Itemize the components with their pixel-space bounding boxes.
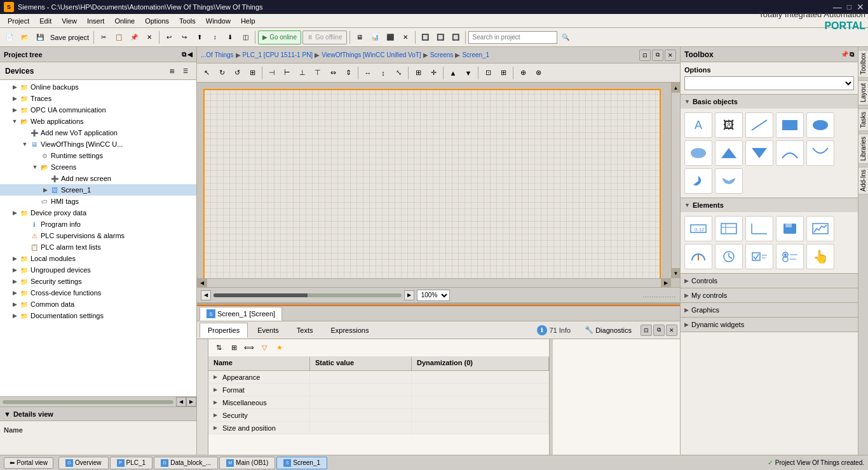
task-main[interactable]: M Main (OB1) [219,457,275,469]
rsl-libraries[interactable]: Libraries [858,133,868,164]
tb-icon3[interactable]: ⬛ [383,30,397,44]
cut-btn[interactable]: ✂ [97,30,111,44]
tree-item-add-screen[interactable]: ➕ Add new screen [0,173,196,184]
tb-btn3[interactable]: ⬆ [193,30,207,44]
tool-radio[interactable] [776,244,804,269]
ct-bring-front[interactable]: ▲ [446,66,460,80]
ct-cross2[interactable]: ⊗ [531,66,545,80]
menu-options[interactable]: Options [140,16,174,26]
tree-expand-icon[interactable]: ▶ [10,301,19,307]
graphics-header[interactable]: ▶ Graphics [681,303,858,317]
tool-gauge[interactable] [684,244,712,269]
screen-tab-screen1[interactable]: S Screen_1 [Screen] [200,307,282,321]
zoom-in-btn[interactable]: ▶ [404,290,414,300]
menu-project[interactable]: Project [3,16,34,26]
ct-zoom-fit[interactable]: ⊞ [245,66,259,80]
options-select[interactable] [684,76,854,90]
open-btn[interactable]: 📂 [18,30,32,44]
tree-expand-icon[interactable]: ▶ [10,210,19,216]
details-view-header[interactable]: ▼ Details view [0,407,196,421]
tree-expand-icon[interactable]: ▶ [41,187,50,193]
task-plc1[interactable]: P PLC_1 [110,457,153,469]
tree-expand-icon[interactable]: ▼ [10,118,19,124]
tree-item-viewofthings[interactable]: ▼ 🖥 ViewOfThings [WinCC U... [0,138,196,150]
vscroll-up[interactable]: ▲ [672,83,680,93]
bc-item-2[interactable]: ViewOfThings [WinCC Unified VoT] [322,51,421,58]
menu-edit[interactable]: Edit [34,16,57,26]
dynamic-widgets-header[interactable]: ▶ Dynamic widgets [681,318,858,332]
zoom-out-btn[interactable]: ◀ [201,290,211,300]
ct-snap[interactable]: ✛ [426,66,440,80]
tb-btn5[interactable]: ⬇ [223,30,237,44]
props-row-format[interactable]: ▶ Format [208,384,549,396]
filter-star-btn[interactable]: ★ [273,342,286,354]
tab-texts[interactable]: Texts [288,323,322,338]
tb-btn6[interactable]: ◫ [238,30,252,44]
tool-pie2[interactable] [715,168,743,194]
tree-item-screen1[interactable]: ▶ 🖼 Screen_1 [0,184,196,196]
filter-active-btn[interactable]: ▽ [258,342,271,354]
tool-trend[interactable] [806,216,834,241]
basic-objects-header[interactable]: ▼ Basic objects [681,95,858,109]
tree-item-runtime[interactable]: ⚙ Runtime settings [0,150,196,161]
tool-arc[interactable] [776,140,804,166]
tree-expand-icon[interactable]: ▶ [10,290,19,296]
ct-size-w[interactable]: ↔ [361,66,375,80]
ct-align-left[interactable]: ⊣ [265,66,279,80]
tree-item-device-proxy[interactable]: ▶ 📁 Device proxy data [0,207,196,218]
tree-expand-icon[interactable]: ▶ [10,267,19,273]
tree-item-hmi-tags[interactable]: 🏷 HMI tags [0,196,196,207]
hscroll-right[interactable]: ▶ [661,279,671,287]
tree-expand-icon[interactable]: ▶ [10,312,19,319]
props-row-security[interactable]: ▶ Security [208,409,549,422]
tb-btn4[interactable]: ↕ [208,30,222,44]
bc-item-4[interactable]: Screen_1 [462,51,489,58]
tree-expand-icon[interactable]: ▶ [10,255,19,262]
tree-expand-icon[interactable]: ▶ [10,84,19,90]
menu-window[interactable]: Window [201,16,236,26]
tool-text[interactable]: A [684,112,712,138]
tool-triangle[interactable] [715,140,743,166]
canvas-surface[interactable] [203,89,661,287]
search-btn[interactable]: 🔍 [559,30,573,44]
filter-sort-btn[interactable]: ⇅ [212,342,225,354]
ct-rotate2[interactable]: ↺ [230,66,244,80]
tool-hand[interactable]: 👆 [806,244,834,269]
diagnostics-tab[interactable]: 🔧 Diagnostics [580,326,637,334]
ct-size-wh[interactable]: ⤡ [391,66,405,80]
rsl-addins[interactable]: Add-Ins [858,166,868,194]
tb-icon1[interactable]: 🖥 [353,30,367,44]
save-project-btn[interactable]: Save project [50,34,89,41]
tool-clock[interactable] [715,244,743,269]
pt-icon2[interactable]: ◀ [187,51,193,58]
menu-tools[interactable]: Tools [174,16,201,26]
tree-expand-icon[interactable]: ▶ [10,107,19,113]
vscroll-down[interactable]: ▼ [672,268,680,278]
ct-grid[interactable]: ⊞ [411,66,425,80]
menu-online[interactable]: Online [109,16,140,26]
my-controls-header[interactable]: ▶ My controls [681,288,858,302]
tab-events[interactable]: Events [249,323,287,338]
tool-checkbox[interactable] [745,244,773,269]
bc-item-3[interactable]: Screens [430,51,454,58]
ct-align-right[interactable]: ⊥ [295,66,309,80]
undo-btn[interactable]: ↩ [162,30,176,44]
ct-cross[interactable]: ⊕ [516,66,530,80]
tree-item-online-backups[interactable]: ▶ 📁 Online backups [0,81,196,93]
elements-header[interactable]: ▼ Elements [681,198,858,212]
controls-header[interactable]: ▶ Controls [681,274,858,288]
task-overview[interactable]: O Overview [58,457,109,469]
tab-expressions[interactable]: Expressions [322,323,377,338]
scroll-left[interactable]: ◀ [176,397,186,406]
bc-restore-btn[interactable]: ⊡ [639,50,651,61]
task-data-block[interactable]: D Data_block_... [154,457,218,469]
canvas-vscroll[interactable]: ▲ ▼ [671,83,680,278]
tree-item-plc-alarm[interactable]: 📋 PLC alarm text lists [0,241,196,253]
tool-ellipse[interactable] [806,112,834,138]
task-screen1[interactable]: S Screen_1 [276,457,327,469]
ct-size-h[interactable]: ↕ [376,66,390,80]
canvas-hscroll[interactable]: ◀ ▶ [197,278,671,287]
tree-item-security[interactable]: ▶ 📁 Security settings [0,276,196,287]
tool-bar[interactable] [745,216,773,241]
ct-dist-h[interactable]: ⇔ [326,66,340,80]
